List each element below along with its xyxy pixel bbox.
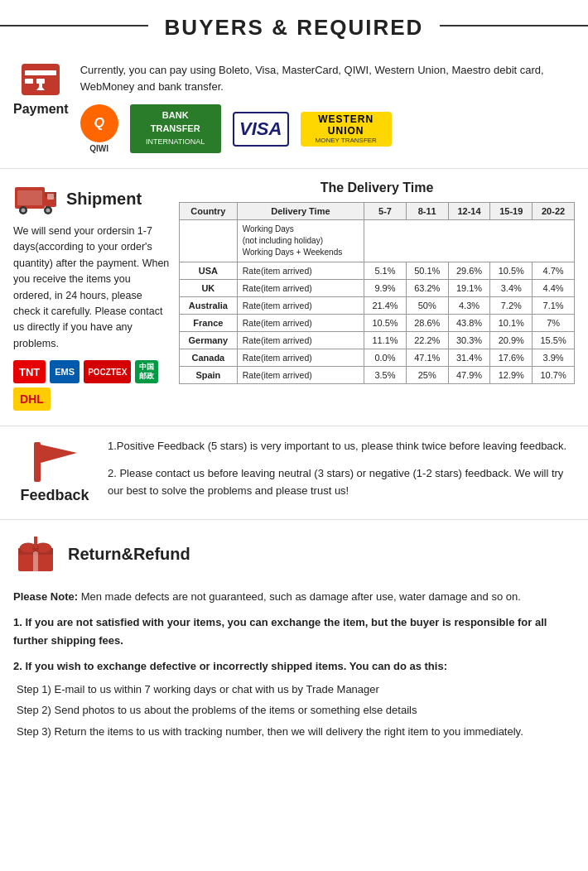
return-steps: Step 1) E-mail to us within 7 working da… — [17, 681, 575, 740]
cell-c2: 47.1% — [406, 349, 448, 367]
ems-logo: EMS — [50, 360, 80, 383]
shipment-description: We will send your ordersin 1-7 days(acco… — [13, 224, 171, 352]
payment-logos: Q QIWI BANK TRANSFERINTERNATIONAL VISA W… — [80, 104, 575, 153]
cell-c3: 29.6% — [448, 262, 490, 280]
col-15-19: 15-19 — [490, 203, 533, 220]
table-row: Canada Rate(item arrived) 0.0% 47.1% 31.… — [180, 349, 575, 367]
cell-c5: 7% — [533, 315, 575, 332]
table-row: Germany Rate(item arrived) 11.1% 22.2% 3… — [180, 332, 575, 349]
cell-c5: 10.7% — [533, 367, 575, 384]
visa-logo: VISA — [233, 112, 289, 147]
svg-rect-14 — [47, 194, 54, 200]
cell-rate-label: Rate(item arrived) — [237, 280, 364, 297]
cell-rate-label: Rate(item arrived) — [237, 367, 364, 384]
return-point1: 1. If you are not satisfied with your it… — [13, 614, 575, 649]
svg-point-11 — [22, 209, 26, 213]
page-header: BUYERS & REQUIRED — [0, 0, 588, 51]
bank-transfer-logo: BANK TRANSFERINTERNATIONAL — [130, 104, 221, 152]
svg-rect-7 — [17, 190, 42, 205]
step2: Step 2) Send photos to us about the prob… — [17, 701, 575, 719]
cell-c2: 50.1% — [406, 262, 448, 280]
return-body: Please Note: Men made defects are not gu… — [13, 588, 575, 740]
delivery-title: The Delivery Time — [179, 180, 575, 195]
col-20-22: 20-22 — [533, 203, 575, 220]
feedback-flag-icon — [26, 438, 84, 484]
cell-c1: 0.0% — [364, 349, 407, 367]
return-header: Return&Refund — [13, 532, 575, 576]
return-icon — [13, 532, 58, 576]
shipment-section: Shipment We will send your ordersin 1-7 … — [0, 169, 588, 426]
step3: Step 3) Return the items to us with trac… — [17, 723, 575, 740]
col-blank — [180, 220, 238, 262]
cell-country: Germany — [180, 332, 238, 349]
feedback-icon-area: Feedback — [13, 438, 96, 504]
feedback-label: Feedback — [20, 487, 89, 504]
cell-c2: 22.2% — [406, 332, 448, 349]
table-row: USA Rate(item arrived) 5.1% 50.1% 29.6% … — [180, 262, 575, 280]
chinapost-logo: 中国邮政 — [135, 360, 158, 383]
svg-rect-1 — [25, 70, 56, 75]
cell-c4: 10.5% — [490, 262, 533, 280]
feedback-section: Feedback 1.Positive Feedback (5 stars) i… — [0, 426, 588, 520]
delivery-table: Country Delivery Time 5-7 8-11 12-14 15-… — [179, 202, 575, 384]
svg-marker-16 — [41, 445, 77, 463]
return-note-bold: Please Note: — [13, 590, 78, 603]
cell-c3: 4.3% — [448, 297, 490, 315]
return-point2: 2. If you wish to exchange defective or … — [13, 657, 575, 675]
western-union-logo: WESTERN UNION MONEY TRANSFER — [301, 112, 392, 147]
cell-c3: 30.3% — [448, 332, 490, 349]
cell-c2: 50% — [406, 297, 448, 315]
cell-c3: 47.9% — [448, 367, 490, 384]
working-days-cell: Working Days(not including holiday)Worki… — [237, 220, 364, 262]
cell-rate-label: Rate(item arrived) — [237, 349, 364, 367]
cell-country: France — [180, 315, 238, 332]
cell-c4: 20.9% — [490, 332, 533, 349]
return-note-text: Men made defects are not guaranteed, suc… — [78, 590, 521, 603]
cell-c1: 3.5% — [364, 367, 407, 384]
svg-rect-2 — [25, 79, 33, 84]
return-note: Please Note: Men made defects are not gu… — [13, 588, 575, 605]
shipment-label: Shipment — [66, 190, 142, 209]
svg-rect-15 — [34, 442, 41, 482]
cell-c5: 7.1% — [533, 297, 575, 315]
cell-c3: 31.4% — [448, 349, 490, 367]
step1: Step 1) E-mail to us within 7 working da… — [17, 681, 575, 698]
cell-rate-label: Rate(item arrived) — [237, 315, 364, 332]
table-row: Australia Rate(item arrived) 21.4% 50% 4… — [180, 297, 575, 315]
return-title: Return&Refund — [68, 545, 190, 564]
feedback-text1: 1.Positive Feedback (5 stars) is very im… — [108, 438, 575, 455]
qiwi-logo: Q QIWI — [80, 104, 118, 153]
cell-country: Australia — [180, 297, 238, 315]
cell-c3: 19.1% — [448, 280, 490, 297]
cell-country: UK — [180, 280, 238, 297]
cell-c5: 3.9% — [533, 349, 575, 367]
cell-rate-label: Rate(item arrived) — [237, 262, 364, 280]
cell-c3: 43.8% — [448, 315, 490, 332]
return-refund-section: Return&Refund Please Note: Men made defe… — [0, 520, 588, 757]
table-row: UK Rate(item arrived) 9.9% 63.2% 19.1% 3… — [180, 280, 575, 297]
svg-point-13 — [46, 209, 51, 213]
feedback-text2: 2. Please contact us before leaving neut… — [108, 465, 575, 500]
cell-c1: 10.5% — [364, 315, 407, 332]
cell-c4: 3.4% — [490, 280, 533, 297]
pocztex-logo: POCZTEX — [84, 360, 131, 383]
cell-c1: 21.4% — [364, 297, 407, 315]
cell-c4: 7.2% — [490, 297, 533, 315]
payment-label: Payment — [13, 102, 69, 117]
svg-rect-5 — [39, 80, 42, 87]
page-title: BUYERS & REQUIRED — [148, 15, 441, 41]
cell-c1: 5.1% — [364, 262, 407, 280]
cell-c5: 15.5% — [533, 332, 575, 349]
cell-rate-label: Rate(item arrived) — [237, 332, 364, 349]
cell-country: USA — [180, 262, 238, 280]
cell-c4: 12.9% — [490, 367, 533, 384]
svg-rect-23 — [34, 537, 37, 548]
cell-country: Canada — [180, 349, 238, 367]
cell-c1: 11.1% — [364, 332, 407, 349]
col-8-11: 8-11 — [406, 203, 448, 220]
payment-icon: Payment — [13, 62, 69, 117]
cell-c2: 63.2% — [406, 280, 448, 297]
tnt-logo: TNT — [13, 360, 46, 383]
cell-c2: 28.6% — [406, 315, 448, 332]
col-12-14: 12-14 — [448, 203, 490, 220]
